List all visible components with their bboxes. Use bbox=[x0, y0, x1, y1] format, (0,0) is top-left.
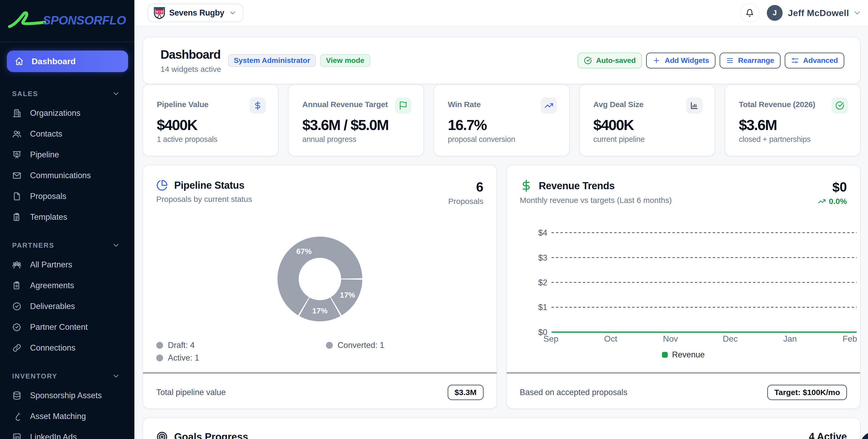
svg-text:Feb: Feb bbox=[842, 334, 857, 343]
svg-text:Dec: Dec bbox=[722, 334, 738, 343]
svg-text:Sep: Sep bbox=[544, 334, 558, 343]
svg-text:Jan: Jan bbox=[783, 334, 797, 343]
svg-text:17%: 17% bbox=[340, 291, 355, 299]
svg-text:67%: 67% bbox=[296, 247, 311, 256]
svg-text:$1: $1 bbox=[538, 303, 547, 312]
svg-text:$4: $4 bbox=[538, 228, 547, 237]
svg-text:SPONSORFLO: SPONSORFLO bbox=[43, 13, 126, 27]
svg-text:$3: $3 bbox=[538, 253, 547, 262]
svg-text:Oct: Oct bbox=[604, 334, 617, 343]
svg-text:17%: 17% bbox=[312, 307, 328, 315]
svg-text:$2: $2 bbox=[538, 278, 547, 287]
svg-text:Nov: Nov bbox=[663, 334, 678, 343]
